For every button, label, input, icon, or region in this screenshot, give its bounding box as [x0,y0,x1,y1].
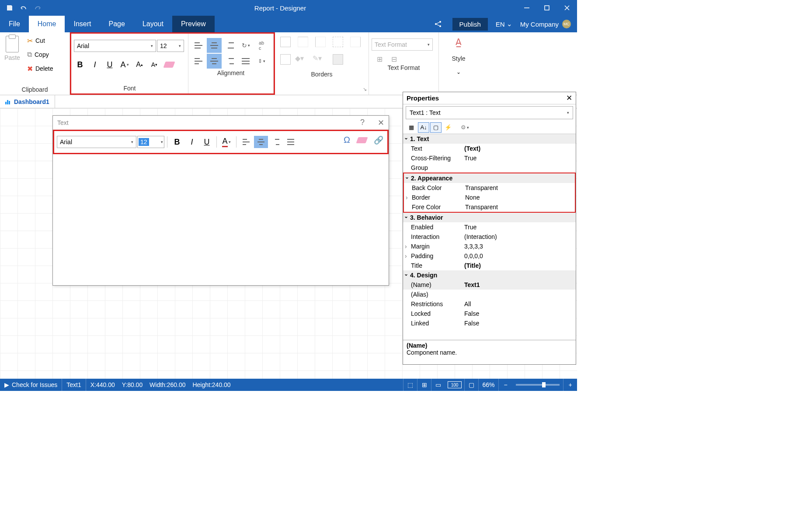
border-brush[interactable]: ✎▾ [313,54,328,70]
delete-button[interactable]: ✖Delete [24,62,56,75]
prop-row-interaction[interactable]: Interaction(Interaction) [403,232,576,242]
minimize-button[interactable] [517,0,537,16]
font-name-select[interactable]: Arial▾ [74,40,156,52]
tab-dashboard1[interactable]: Dashboard1 [0,95,55,108]
prop-alphabetical-button[interactable]: A↓ [418,122,429,133]
dialog-eraser-icon[interactable] [356,137,368,143]
prop-row-restrictions[interactable]: RestrictionsAll [403,299,576,309]
view-mode-2[interactable]: ⊞ [417,379,431,391]
dialog-font-name[interactable]: Arial▾ [57,136,136,148]
prop-categorized-button[interactable]: ▦ [406,122,417,133]
border-left[interactable] [313,37,328,52]
underline-button[interactable]: U [104,59,116,71]
dialog-italic[interactable]: I [185,136,199,148]
rotate-button[interactable]: ↻▾ [238,38,253,53]
align-right[interactable] [223,54,237,69]
prop-row-name[interactable]: (Name)Text1 [403,280,576,290]
wrap-text-button[interactable]: abc [254,38,269,53]
properties-close-button[interactable]: ✕ [566,93,572,103]
text-format-select[interactable]: Text Format▾ [372,38,433,51]
undo-icon[interactable] [17,2,30,14]
save-icon[interactable] [3,2,16,14]
align-justify[interactable] [238,54,253,69]
prop-row-padding[interactable]: Padding0,0,0,0 [403,251,576,261]
clear-format-button[interactable] [163,59,175,71]
paste-icon[interactable] [6,36,19,52]
border-box[interactable] [278,54,293,70]
dialog-close-button[interactable]: ✕ [378,118,384,128]
redo-icon[interactable] [31,2,44,14]
percent-icon[interactable]: ⊟ [391,55,397,63]
align-top-center[interactable] [207,38,222,53]
tab-insert[interactable]: Insert [65,16,100,32]
help-button[interactable]: ? [360,118,365,128]
prop-row-margin[interactable]: Margin3,3,3,3 [403,242,576,251]
prop-cat-design[interactable]: 4. Design [403,270,576,280]
italic-button[interactable]: I [89,59,101,71]
border-top[interactable] [295,37,311,52]
font-color-button[interactable]: A▾ [118,59,131,71]
zoom-value[interactable]: 66% [478,379,498,391]
zoom-page[interactable]: ▢ [464,379,478,391]
prop-row-text[interactable]: Text(Text) [403,144,576,153]
prop-row-group[interactable]: Group [403,163,576,173]
align-left[interactable] [191,54,206,69]
view-mode-3[interactable]: ▭ [431,379,445,391]
align-top-left[interactable] [191,38,206,53]
prop-row-forecolor[interactable]: Fore ColorTransparent [404,202,575,212]
border-fill[interactable]: ◆▾ [295,54,311,70]
prop-cat-appearance[interactable]: 2. Appearance [404,173,575,183]
prop-row-border[interactable]: BorderNone [404,193,575,202]
style-chevron-icon[interactable]: ⌄ [442,69,476,75]
border-drop[interactable] [330,54,346,70]
prop-row-crossfilter[interactable]: Cross-FilteringTrue [403,153,576,163]
align-center[interactable] [207,54,222,69]
check-issues-button[interactable]: ▶Check for Issues [0,379,62,391]
prop-row-alias[interactable]: (Alias) [403,290,576,299]
prop-settings-button[interactable]: ⚙▾ [459,122,470,133]
prop-cat-text[interactable]: 1. Text [403,134,576,144]
border-right[interactable] [348,37,363,52]
style-icon[interactable]: A̲ [442,37,476,47]
cut-button[interactable]: ✂Cut [24,34,56,47]
dialog-align-right[interactable] [269,136,283,148]
language-selector[interactable]: EN⌄ [496,20,512,28]
company-label[interactable]: My CompanyMC [520,20,571,28]
line-spacing-button[interactable]: ⇕▾ [254,54,269,69]
prop-row-backcolor[interactable]: Back ColorTransparent [404,183,575,193]
copy-button[interactable]: ⧉Copy [24,48,56,61]
dialog-font-color[interactable]: A▾ [219,136,233,148]
share-icon[interactable] [431,17,445,31]
tab-home[interactable]: Home [29,16,65,32]
dialog-underline[interactable]: U [200,136,214,148]
font-size-select[interactable]: 12▾ [157,40,184,52]
shrink-font-button[interactable]: A▾ [148,59,160,71]
prop-row-linked[interactable]: LinkedFalse [403,318,576,328]
prop-events-button[interactable]: ⚡ [442,122,454,133]
borders-launcher-icon[interactable]: ↘ [363,86,367,92]
prop-row-enabled[interactable]: EnabledTrue [403,222,576,232]
currency-icon[interactable]: ⊞ [377,55,383,63]
align-top-right[interactable] [223,38,237,53]
tab-page[interactable]: Page [100,16,133,32]
grow-font-button[interactable]: A▴ [133,59,146,71]
prop-pages-button[interactable]: ▢ [430,122,442,133]
border-none[interactable] [330,37,346,52]
tab-file[interactable]: File [0,16,29,32]
dialog-bold[interactable]: B [170,136,184,148]
maximize-button[interactable] [537,0,557,16]
symbol-button[interactable]: Ω [344,135,350,145]
prop-row-locked[interactable]: LockedFalse [403,309,576,318]
prop-cat-behavior[interactable]: 3. Behavior [403,213,576,222]
dialog-align-center[interactable] [254,136,268,148]
dialog-align-justify[interactable] [284,136,298,148]
properties-object-select[interactable]: Text1 : Text▾ [406,106,573,119]
zoom-slider[interactable] [516,384,560,386]
close-button[interactable] [557,0,577,16]
view-mode-1[interactable]: ⬚ [403,379,417,391]
publish-button[interactable]: Publish [452,18,488,31]
border-all[interactable] [278,37,293,52]
bold-button[interactable]: B [74,59,86,71]
zoom-out[interactable]: − [498,379,512,391]
tab-layout[interactable]: Layout [134,16,172,32]
